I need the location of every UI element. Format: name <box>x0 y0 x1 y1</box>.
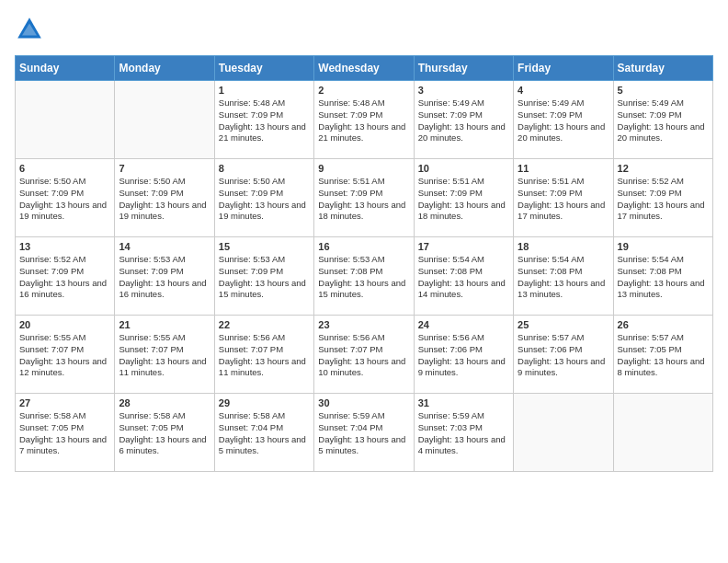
day-number: 14 <box>119 241 210 252</box>
calendar-cell: 13Sunrise: 5:52 AM Sunset: 7:09 PM Dayli… <box>16 237 115 316</box>
day-info: Sunrise: 5:51 AM Sunset: 7:09 PM Dayligh… <box>418 176 509 223</box>
calendar-cell <box>115 81 214 159</box>
calendar-cell: 11Sunrise: 5:51 AM Sunset: 7:09 PM Dayli… <box>514 159 613 237</box>
day-info: Sunrise: 5:49 AM Sunset: 7:09 PM Dayligh… <box>518 98 609 144</box>
weekday-header: Monday <box>115 56 214 81</box>
day-number: 10 <box>418 163 509 174</box>
calendar-cell: 16Sunrise: 5:53 AM Sunset: 7:08 PM Dayli… <box>314 237 414 316</box>
day-number: 20 <box>19 319 110 330</box>
calendar-table: SundayMondayTuesdayWednesdayThursdayFrid… <box>15 55 713 472</box>
day-info: Sunrise: 5:49 AM Sunset: 7:09 PM Dayligh… <box>618 98 709 144</box>
calendar-cell: 5Sunrise: 5:49 AM Sunset: 7:09 PM Daylig… <box>613 81 712 159</box>
day-info: Sunrise: 5:59 AM Sunset: 7:04 PM Dayligh… <box>318 410 409 457</box>
day-info: Sunrise: 5:55 AM Sunset: 7:07 PM Dayligh… <box>119 332 210 379</box>
calendar-cell <box>514 394 613 472</box>
logo <box>15 15 48 44</box>
calendar-cell: 1Sunrise: 5:48 AM Sunset: 7:09 PM Daylig… <box>214 81 313 159</box>
weekday-header: Wednesday <box>314 56 414 81</box>
day-info: Sunrise: 5:51 AM Sunset: 7:09 PM Dayligh… <box>518 176 609 223</box>
day-number: 2 <box>318 85 409 96</box>
calendar-cell <box>613 394 712 472</box>
calendar-cell: 25Sunrise: 5:57 AM Sunset: 7:06 PM Dayli… <box>514 316 613 394</box>
week-row: 6Sunrise: 5:50 AM Sunset: 7:09 PM Daylig… <box>16 159 713 237</box>
day-info: Sunrise: 5:53 AM Sunset: 7:08 PM Dayligh… <box>318 254 409 301</box>
day-info: Sunrise: 5:53 AM Sunset: 7:09 PM Dayligh… <box>119 254 210 301</box>
day-number: 29 <box>219 397 310 408</box>
weekday-header: Tuesday <box>214 56 313 81</box>
day-info: Sunrise: 5:58 AM Sunset: 7:05 PM Dayligh… <box>119 410 210 457</box>
calendar-cell: 29Sunrise: 5:58 AM Sunset: 7:04 PM Dayli… <box>214 394 313 472</box>
day-number: 31 <box>418 397 509 408</box>
calendar-cell: 19Sunrise: 5:54 AM Sunset: 7:08 PM Dayli… <box>613 237 712 316</box>
day-number: 26 <box>618 319 709 330</box>
day-info: Sunrise: 5:55 AM Sunset: 7:07 PM Dayligh… <box>19 332 110 379</box>
day-info: Sunrise: 5:53 AM Sunset: 7:09 PM Dayligh… <box>219 254 310 301</box>
day-info: Sunrise: 5:50 AM Sunset: 7:09 PM Dayligh… <box>119 176 210 223</box>
calendar-cell: 3Sunrise: 5:49 AM Sunset: 7:09 PM Daylig… <box>414 81 513 159</box>
calendar-cell <box>16 81 115 159</box>
calendar-cell: 17Sunrise: 5:54 AM Sunset: 7:08 PM Dayli… <box>414 237 513 316</box>
day-info: Sunrise: 5:59 AM Sunset: 7:03 PM Dayligh… <box>418 410 509 457</box>
calendar-cell: 14Sunrise: 5:53 AM Sunset: 7:09 PM Dayli… <box>115 237 214 316</box>
day-number: 5 <box>618 85 709 96</box>
calendar-cell: 30Sunrise: 5:59 AM Sunset: 7:04 PM Dayli… <box>314 394 414 472</box>
day-info: Sunrise: 5:50 AM Sunset: 7:09 PM Dayligh… <box>19 176 110 223</box>
day-info: Sunrise: 5:58 AM Sunset: 7:04 PM Dayligh… <box>219 410 310 457</box>
day-number: 27 <box>19 397 110 408</box>
week-row: 1Sunrise: 5:48 AM Sunset: 7:09 PM Daylig… <box>16 81 713 159</box>
week-row: 20Sunrise: 5:55 AM Sunset: 7:07 PM Dayli… <box>16 316 713 394</box>
day-info: Sunrise: 5:57 AM Sunset: 7:05 PM Dayligh… <box>618 332 709 379</box>
day-number: 3 <box>418 85 509 96</box>
calendar-cell: 9Sunrise: 5:51 AM Sunset: 7:09 PM Daylig… <box>314 159 414 237</box>
weekday-header: Thursday <box>414 56 513 81</box>
day-info: Sunrise: 5:54 AM Sunset: 7:08 PM Dayligh… <box>418 254 509 301</box>
day-number: 15 <box>219 241 310 252</box>
weekday-header-row: SundayMondayTuesdayWednesdayThursdayFrid… <box>16 56 713 81</box>
weekday-header: Saturday <box>613 56 712 81</box>
day-info: Sunrise: 5:48 AM Sunset: 7:09 PM Dayligh… <box>219 98 310 144</box>
day-number: 18 <box>518 241 609 252</box>
day-info: Sunrise: 5:54 AM Sunset: 7:08 PM Dayligh… <box>518 254 609 301</box>
calendar-cell: 10Sunrise: 5:51 AM Sunset: 7:09 PM Dayli… <box>414 159 513 237</box>
day-number: 24 <box>418 319 509 330</box>
day-number: 30 <box>318 397 409 408</box>
day-number: 16 <box>318 241 409 252</box>
calendar-cell: 2Sunrise: 5:48 AM Sunset: 7:09 PM Daylig… <box>314 81 414 159</box>
day-info: Sunrise: 5:56 AM Sunset: 7:07 PM Dayligh… <box>219 332 310 379</box>
day-number: 7 <box>119 163 210 174</box>
day-info: Sunrise: 5:52 AM Sunset: 7:09 PM Dayligh… <box>19 254 110 301</box>
day-number: 4 <box>518 85 609 96</box>
day-info: Sunrise: 5:52 AM Sunset: 7:09 PM Dayligh… <box>618 176 709 223</box>
day-number: 21 <box>119 319 210 330</box>
logo-icon <box>15 15 44 44</box>
page-header <box>15 15 713 44</box>
calendar-cell: 23Sunrise: 5:56 AM Sunset: 7:07 PM Dayli… <box>314 316 414 394</box>
day-number: 22 <box>219 319 310 330</box>
calendar-cell: 21Sunrise: 5:55 AM Sunset: 7:07 PM Dayli… <box>115 316 214 394</box>
weekday-header: Friday <box>514 56 613 81</box>
calendar-cell: 18Sunrise: 5:54 AM Sunset: 7:08 PM Dayli… <box>514 237 613 316</box>
day-info: Sunrise: 5:48 AM Sunset: 7:09 PM Dayligh… <box>318 98 409 144</box>
day-number: 25 <box>518 319 609 330</box>
day-number: 12 <box>618 163 709 174</box>
calendar-cell: 4Sunrise: 5:49 AM Sunset: 7:09 PM Daylig… <box>514 81 613 159</box>
day-info: Sunrise: 5:49 AM Sunset: 7:09 PM Dayligh… <box>418 98 509 144</box>
calendar-cell: 31Sunrise: 5:59 AM Sunset: 7:03 PM Dayli… <box>414 394 513 472</box>
day-info: Sunrise: 5:58 AM Sunset: 7:05 PM Dayligh… <box>19 410 110 457</box>
calendar-cell: 15Sunrise: 5:53 AM Sunset: 7:09 PM Dayli… <box>214 237 313 316</box>
calendar-cell: 20Sunrise: 5:55 AM Sunset: 7:07 PM Dayli… <box>16 316 115 394</box>
calendar-cell: 26Sunrise: 5:57 AM Sunset: 7:05 PM Dayli… <box>613 316 712 394</box>
day-info: Sunrise: 5:51 AM Sunset: 7:09 PM Dayligh… <box>318 176 409 223</box>
day-number: 9 <box>318 163 409 174</box>
day-number: 28 <box>119 397 210 408</box>
day-number: 8 <box>219 163 310 174</box>
calendar-cell: 22Sunrise: 5:56 AM Sunset: 7:07 PM Dayli… <box>214 316 313 394</box>
day-info: Sunrise: 5:56 AM Sunset: 7:06 PM Dayligh… <box>418 332 509 379</box>
day-number: 1 <box>219 85 310 96</box>
day-info: Sunrise: 5:54 AM Sunset: 7:08 PM Dayligh… <box>618 254 709 301</box>
week-row: 27Sunrise: 5:58 AM Sunset: 7:05 PM Dayli… <box>16 394 713 472</box>
day-number: 11 <box>518 163 609 174</box>
day-info: Sunrise: 5:57 AM Sunset: 7:06 PM Dayligh… <box>518 332 609 379</box>
weekday-header: Sunday <box>16 56 115 81</box>
week-row: 13Sunrise: 5:52 AM Sunset: 7:09 PM Dayli… <box>16 237 713 316</box>
